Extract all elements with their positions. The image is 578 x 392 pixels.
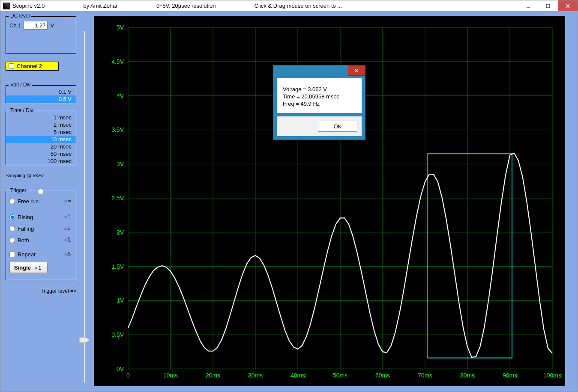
title-text: Scopino v2.0 by Amit Zohar 0÷5V, 20µsec … [12,3,342,9]
measurement-dialog: Voltage = 3.062 V Time = 20.05958 msec F… [273,65,365,140]
trigger-both-label: Both [18,237,29,244]
trigger-falling-row[interactable]: Falling [9,225,72,233]
dialog-body: Voltage = 3.062 V Time = 20.05958 msec F… [277,78,362,113]
x-axis-tick: 60ms [375,372,390,379]
dc-unit: V [50,22,54,29]
y-axis-tick: 3V [117,160,124,167]
window-maximize-button[interactable] [538,0,558,11]
channel2-toggle[interactable]: Channel 2 [6,62,59,71]
dialog-voltage: Voltage = 3.062 V [283,86,356,92]
x-axis-tick: 80ms [460,372,475,379]
rising-edge-icon [64,213,72,221]
timediv-list[interactable]: 1 msec2 msec5 msec10 msec20 msec50 msec1… [6,114,76,165]
x-axis-tick: 90ms [503,372,517,379]
x-axis-tick: 50ms [333,372,347,379]
trigger-level-label: Trigger level => [6,288,76,294]
svg-text:1: 1 [39,265,41,270]
dialog-freq: Freq = 49.9 Hz [283,101,356,107]
y-axis-tick: 2.5V [111,195,124,202]
trigger-legend: Trigger [9,187,28,193]
x-axis-tick: 30ms [248,372,263,379]
list-item[interactable]: 5 msec [6,128,76,136]
svg-marker-6 [79,337,90,343]
dialog-ok-label: OK [334,123,342,130]
voltdiv-legend: Volt / Div [9,82,32,88]
y-axis-tick: 3.5V [111,126,124,133]
x-axis-tick: 40ms [290,372,305,379]
y-axis-tick: 0V [117,365,124,372]
trigger-single-button[interactable]: Single 1 [9,262,48,273]
trigger-repeat-checkbox[interactable] [9,252,15,257]
list-item[interactable]: 20 msec [6,143,76,150]
dialog-titlebar[interactable] [273,65,365,78]
sampling-label: Sampling @ 5KHz [6,173,76,178]
selection-box [427,154,512,358]
x-axis-tick: 20ms [206,372,220,379]
trigger-freerun-label: Free run [18,198,39,205]
trigger-repeat-row[interactable]: Repeat [9,250,72,258]
trigger-freerun-radio[interactable] [9,199,15,204]
dc-legend: DC level [9,13,31,19]
list-item[interactable]: 0.1 V [6,88,76,95]
trigger-falling-label: Falling [18,226,34,232]
app-icon [3,3,10,9]
repeat-icon [64,250,72,258]
y-axis-tick: 4V [117,92,124,99]
dc-level-group: DC level Ch.1 V [6,16,76,54]
list-item[interactable]: 2 msec [6,121,76,128]
x-axis-tick: 10ms [163,372,178,379]
dc-channel-label: Ch.1 [9,22,21,29]
trigger-level-slider[interactable] [79,31,90,383]
dialog-time: Time = 20.05958 msec [283,93,356,100]
trigger-both-row[interactable]: Both [9,236,72,244]
control-sidebar: DC level Ch.1 V Channel 2 Volt / Div 0.1… [6,16,76,379]
y-axis-tick: 5V [117,24,124,31]
y-axis-tick: 1V [117,297,124,304]
freerun-icon: ∞ [64,197,72,205]
title-bar: Scopino v2.0 by Amit Zohar 0÷5V, 20µsec … [0,0,578,12]
y-axis-tick: 0.5V [111,331,124,338]
voltdiv-group: Volt / Div 0.1 V0.5 V [6,85,76,103]
window-close-button[interactable] [558,0,578,11]
trigger-rising-radio[interactable] [9,214,15,220]
trigger-single-label: Single [14,264,31,271]
trigger-repeat-label: Repeat [18,251,36,258]
falling-edge-icon [64,225,72,233]
voltdiv-list[interactable]: 0.1 V0.5 V [6,88,76,103]
trigger-indicator [38,189,44,195]
x-axis-tick: 100ms [543,372,561,379]
list-item[interactable]: 50 msec [6,150,76,157]
y-axis-tick: 2V [117,229,124,236]
dc-value-input[interactable] [24,21,48,30]
dialog-close-button[interactable] [348,65,365,76]
dialog-footer: OK [277,116,362,136]
y-axis-tick: 1.5V [111,263,124,270]
channel2-label: Channel 2 [17,63,42,69]
svg-rect-1 [546,4,550,8]
timediv-group: Time / Div 1 msec2 msec5 msec10 msec20 m… [6,111,76,165]
dialog-ok-button[interactable]: OK [318,121,357,132]
channel2-checkbox[interactable] [9,63,14,69]
slider-thumb[interactable] [79,337,90,343]
slider-track [84,31,85,383]
trigger-rising-row[interactable]: Rising [9,213,72,221]
trigger-rising-label: Rising [18,214,33,220]
list-item[interactable]: 1 msec [6,114,76,121]
list-item[interactable]: 0.5 V [6,95,76,103]
list-item[interactable]: 10 msec [6,136,76,143]
x-axis-tick: 0 [126,372,130,379]
trigger-both-radio[interactable] [9,238,15,243]
trigger-freerun-row[interactable]: Free run ∞ [9,197,72,205]
y-axis-tick: 4.5V [111,58,124,65]
trigger-falling-radio[interactable] [9,226,15,232]
single-icon: 1 [34,264,43,271]
list-item[interactable]: 100 msec [6,157,76,165]
trigger-group: Trigger Free run ∞ Rising Falling [6,191,76,280]
svg-text:∞: ∞ [68,198,71,203]
timediv-legend: Time / Div [9,107,35,113]
both-edge-icon [64,236,72,244]
window-minimize-button[interactable] [518,0,538,11]
x-axis-tick: 70ms [418,372,432,379]
